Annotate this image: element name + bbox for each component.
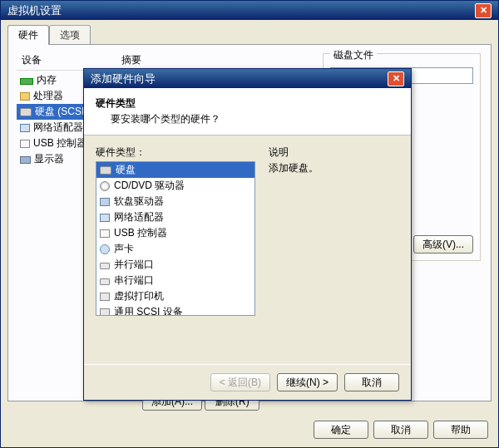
cancel-button[interactable]: 取消 xyxy=(344,373,399,391)
hw-item-serial[interactable]: 串行端口 xyxy=(96,273,254,288)
memory-icon xyxy=(20,78,33,85)
hw-item-label: 并行端口 xyxy=(114,258,154,272)
description-text: 添加硬盘。 xyxy=(269,161,399,175)
hw-item-parallel[interactable]: 并行端口 xyxy=(96,257,254,273)
description-label: 说明 xyxy=(269,145,399,160)
back-button: < 返回(B) xyxy=(210,373,270,391)
hw-item-label: 硬盘 xyxy=(116,163,136,177)
hw-item-sound[interactable]: 声卡 xyxy=(96,241,254,257)
hw-item-scsi[interactable]: 通用 SCSI 设备 xyxy=(96,304,254,316)
wizard-titlebar: 添加硬件向导 ✕ xyxy=(84,69,411,88)
device-label: 硬盘 (SCSI) xyxy=(35,105,87,119)
hw-item-label: 软盘驱动器 xyxy=(114,194,164,209)
hw-item-label: 声卡 xyxy=(114,242,134,256)
hw-item-label: 串行端口 xyxy=(114,273,154,288)
wizard-header-main: 硬件类型 xyxy=(96,96,399,111)
device-label: 处理器 xyxy=(33,89,63,103)
wizard-header: 硬件类型 要安装哪个类型的硬件？ xyxy=(84,88,411,135)
wizard-title: 添加硬件向导 xyxy=(91,71,388,86)
ok-cancel-row: 确定 取消 帮助 xyxy=(314,421,488,439)
hw-item-label: 通用 SCSI 设备 xyxy=(114,305,183,316)
tab-strip: 硬件 选项 xyxy=(7,25,492,45)
device-label: 内存 xyxy=(37,73,57,87)
wizard-footer: < 返回(B) 继续(N) > 取消 xyxy=(84,364,411,400)
device-label: 显示器 xyxy=(34,152,64,166)
outer-titlebar: 虚拟机设置 ✕ xyxy=(1,1,498,20)
hw-item-hdd[interactable]: 硬盘 xyxy=(96,162,254,178)
usb-icon xyxy=(20,140,30,148)
wizard-left: 硬件类型： 硬盘 CD/DVD 驱动器 软盘驱动器 网络适配器 xyxy=(96,145,255,316)
hw-item-usb[interactable]: USB 控制器 xyxy=(96,225,254,241)
parallel-port-icon xyxy=(100,263,110,269)
col-device: 设备 xyxy=(17,53,116,67)
hw-item-label: USB 控制器 xyxy=(114,226,167,240)
printer-icon xyxy=(100,293,110,301)
hdd-icon xyxy=(20,108,32,116)
hw-item-net[interactable]: 网络适配器 xyxy=(96,209,254,225)
tab-options[interactable]: 选项 xyxy=(49,25,91,45)
scsi-icon xyxy=(100,308,110,316)
hw-item-label: 虚拟打印机 xyxy=(114,289,164,303)
hw-item-printer[interactable]: 虚拟打印机 xyxy=(96,288,254,304)
display-icon xyxy=(20,156,31,164)
hw-item-label: CD/DVD 驱动器 xyxy=(114,179,185,193)
add-hardware-wizard: 添加硬件向导 ✕ 硬件类型 要安装哪个类型的硬件？ 硬件类型： 硬盘 CD/DV… xyxy=(83,68,412,401)
next-button[interactable]: 继续(N) > xyxy=(277,373,338,391)
ok-button[interactable]: 确定 xyxy=(314,421,368,439)
hardware-type-listbox[interactable]: 硬盘 CD/DVD 驱动器 软盘驱动器 网络适配器 USB 控制器 xyxy=(96,161,255,316)
sound-icon xyxy=(100,244,110,254)
advanced-button[interactable]: 高级(V)... xyxy=(413,235,473,254)
hw-item-label: 网络适配器 xyxy=(114,210,164,224)
groupbox-title: 磁盘文件 xyxy=(330,48,377,62)
floppy-icon xyxy=(100,198,110,206)
usb-icon xyxy=(100,229,110,238)
col-summary: 摘要 xyxy=(116,53,299,67)
hw-item-floppy[interactable]: 软盘驱动器 xyxy=(96,194,254,209)
hw-item-cd[interactable]: CD/DVD 驱动器 xyxy=(96,178,254,194)
help-button[interactable]: 帮助 xyxy=(433,421,488,439)
cd-icon xyxy=(100,181,110,191)
hw-type-label: 硬件类型： xyxy=(96,145,255,160)
network-icon xyxy=(20,124,30,132)
outer-window-title: 虚拟机设置 xyxy=(7,3,475,18)
hdd-icon xyxy=(100,166,111,175)
wizard-header-sub: 要安装哪个类型的硬件？ xyxy=(111,112,399,126)
device-label: 网络适配器 xyxy=(33,121,83,135)
device-label: USB 控制器 xyxy=(33,136,86,150)
close-icon[interactable]: ✕ xyxy=(388,71,404,86)
serial-port-icon xyxy=(100,278,110,285)
wizard-right: 说明 添加硬盘。 xyxy=(269,145,399,316)
cancel-button[interactable]: 取消 xyxy=(373,421,428,439)
tab-hardware[interactable]: 硬件 xyxy=(7,25,49,45)
cpu-icon xyxy=(20,92,30,101)
network-icon xyxy=(100,214,110,222)
wizard-body: 硬件类型： 硬盘 CD/DVD 驱动器 软盘驱动器 网络适配器 xyxy=(84,135,411,326)
close-icon[interactable]: ✕ xyxy=(475,3,492,18)
